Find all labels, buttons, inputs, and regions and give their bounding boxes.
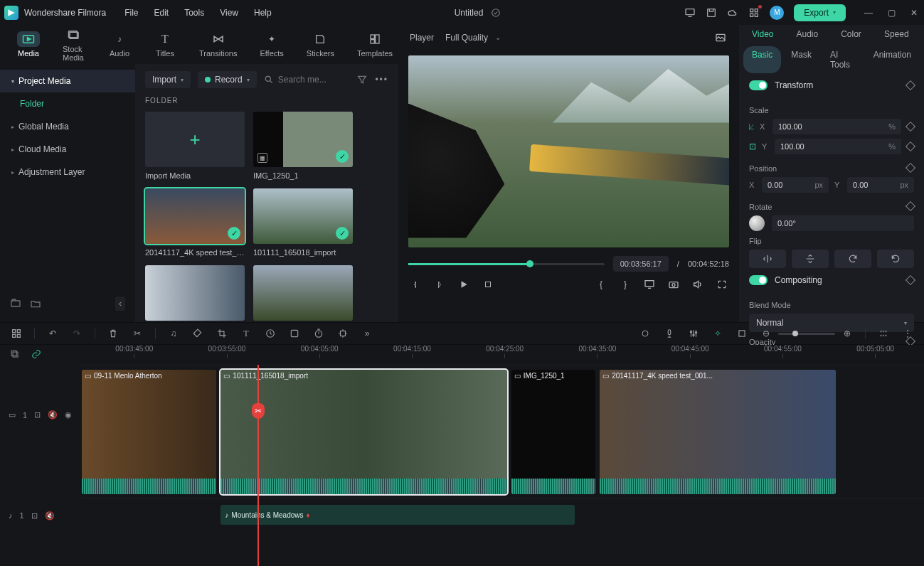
import-media-button[interactable]: +: [145, 112, 245, 167]
media-item[interactable]: [145, 265, 245, 321]
snapshot-icon[interactable]: [713, 31, 728, 45]
menu-edit[interactable]: Edit: [154, 8, 169, 18]
transform-toggle[interactable]: [749, 80, 768, 90]
inspector-tab-speed[interactable]: Speed: [874, 25, 919, 43]
record-vo-icon[interactable]: [639, 327, 652, 340]
quality-dropdown[interactable]: Full Quality: [445, 33, 501, 43]
rotate-ccw[interactable]: [877, 250, 914, 268]
user-avatar[interactable]: M: [770, 6, 784, 20]
video-track[interactable]: ▭09-11 Menlo Atherton ▭101111_165018_imp…: [82, 365, 924, 498]
zoom-slider[interactable]: [778, 333, 835, 335]
sidebar-folder[interactable]: Folder: [0, 92, 135, 115]
speed-icon[interactable]: [264, 327, 277, 340]
copy-icon[interactable]: [9, 348, 21, 361]
mute-track-icon[interactable]: 🔇: [48, 410, 58, 420]
tab-templates[interactable]: Templates: [353, 28, 397, 60]
view-mode-icon[interactable]: [877, 327, 890, 340]
compositing-toggle[interactable]: [749, 275, 768, 285]
menu-tools[interactable]: Tools: [184, 8, 204, 18]
cloud-icon[interactable]: [727, 7, 738, 18]
mark-in-icon[interactable]: {: [594, 277, 608, 292]
inspector-tab-color[interactable]: Color: [831, 25, 871, 43]
keyframe-icon[interactable]: [906, 201, 915, 211]
grid-icon[interactable]: [10, 327, 23, 340]
mixer-icon[interactable]: [687, 327, 700, 340]
mark-out-icon[interactable]: }: [618, 277, 632, 292]
crop-icon[interactable]: [216, 327, 228, 340]
display-icon[interactable]: [642, 277, 657, 292]
camera-icon[interactable]: [667, 277, 681, 292]
subtab-basic[interactable]: Basic: [743, 46, 781, 73]
sidebar-project-media[interactable]: ▾Project Media: [0, 70, 135, 92]
timeline-clip[interactable]: ▭09-11 Menlo Atherton: [82, 370, 216, 494]
timeline-clip[interactable]: ▭IMG_1250_1: [511, 370, 595, 494]
keyframe-icon[interactable]: [906, 142, 915, 151]
timeline-ruler[interactable]: 00:03:45:00 00:03:55:00 00:04:05:00 00:0…: [82, 345, 924, 365]
inspector-tab-audio[interactable]: Audio: [786, 25, 828, 43]
scale-link-icon[interactable]: ⟀: [749, 122, 754, 132]
save-icon[interactable]: [706, 7, 717, 18]
link-icon[interactable]: [30, 348, 43, 361]
collapse-sidebar-icon[interactable]: ‹: [115, 297, 125, 311]
audio-track[interactable]: ♪Mountains & Meadows♦: [82, 498, 924, 566]
sidebar-global-media[interactable]: ▸Global Media: [0, 115, 135, 138]
lock-track-icon[interactable]: ⊡: [34, 410, 41, 420]
pos-y-input[interactable]: 0.00px: [847, 177, 914, 193]
timeline-clip[interactable]: ▭20141117_4K speed test_001...: [600, 370, 836, 494]
keyframe-icon[interactable]: [906, 163, 915, 173]
media-item[interactable]: ✓: [253, 188, 353, 244]
inspector-tab-video[interactable]: Video: [742, 25, 783, 43]
flip-vertical[interactable]: [792, 250, 829, 268]
media-item[interactable]: ✓: [145, 188, 245, 244]
volume-icon[interactable]: [691, 277, 705, 292]
menu-view[interactable]: View: [220, 8, 238, 18]
keyframe-icon[interactable]: [906, 80, 915, 90]
window-maximize[interactable]: ▢: [886, 7, 897, 18]
rotate-cw[interactable]: [834, 250, 871, 268]
pos-x-input[interactable]: 0.00px: [762, 177, 829, 193]
tab-transitions[interactable]: Transitions: [195, 28, 241, 60]
keyframe-icon[interactable]: [906, 122, 915, 132]
delete-icon[interactable]: [107, 327, 120, 340]
sidebar-cloud-media[interactable]: ▸Cloud Media: [0, 138, 135, 161]
subtab-mask[interactable]: Mask: [782, 46, 820, 73]
stop-icon[interactable]: [481, 277, 495, 292]
zoom-in-icon[interactable]: ⊕: [841, 327, 854, 340]
media-item[interactable]: ▦✓: [253, 112, 353, 167]
tab-stock-media[interactable]: Stock Media: [58, 24, 90, 65]
ai-icon[interactable]: ✧: [711, 327, 724, 340]
menu-help[interactable]: Help: [254, 8, 272, 18]
timeline-playhead[interactable]: ✂: [257, 365, 259, 566]
cloud-sync-icon[interactable]: [490, 7, 501, 18]
timer-icon[interactable]: [312, 327, 325, 340]
tab-stickers[interactable]: Stickers: [302, 28, 339, 60]
search-input[interactable]: [278, 75, 350, 85]
scale-x-input[interactable]: 100.00%: [772, 119, 901, 134]
marker-icon[interactable]: [736, 327, 748, 340]
lock-icon[interactable]: ⊡: [749, 142, 756, 151]
voiceover-icon[interactable]: [663, 327, 676, 340]
redo-icon[interactable]: ↷: [70, 327, 83, 340]
window-minimize[interactable]: ―: [863, 7, 874, 18]
fullscreen-icon[interactable]: [715, 277, 729, 292]
media-item[interactable]: [253, 265, 353, 321]
tab-titles[interactable]: TTitles: [149, 28, 181, 60]
rotate-input[interactable]: 0.00°: [772, 215, 914, 231]
mute-track-icon[interactable]: 🔇: [45, 511, 55, 520]
prev-frame-icon[interactable]: ⦉: [408, 277, 423, 292]
next-frame-icon[interactable]: ⦊: [432, 277, 447, 292]
tab-audio[interactable]: ♪Audio: [104, 28, 135, 60]
subtab-ai-tools[interactable]: AI Tools: [822, 46, 864, 73]
export-button[interactable]: Export▾: [794, 4, 846, 21]
preview-viewport[interactable]: [408, 55, 729, 247]
color-icon[interactable]: [288, 327, 301, 340]
new-bin-icon[interactable]: [10, 298, 21, 309]
import-dropdown[interactable]: Import▾: [145, 71, 191, 88]
timeline-clip[interactable]: ▭101111_165018_import: [221, 370, 507, 494]
eye-icon[interactable]: ◉: [65, 410, 72, 420]
monitor-icon[interactable]: [684, 7, 696, 18]
tracking-icon[interactable]: [336, 327, 349, 340]
video-track-head[interactable]: ▭1 ⊡ 🔇 ◉: [0, 365, 82, 466]
split-icon[interactable]: ✂: [131, 327, 144, 340]
undo-icon[interactable]: ↶: [46, 327, 59, 340]
